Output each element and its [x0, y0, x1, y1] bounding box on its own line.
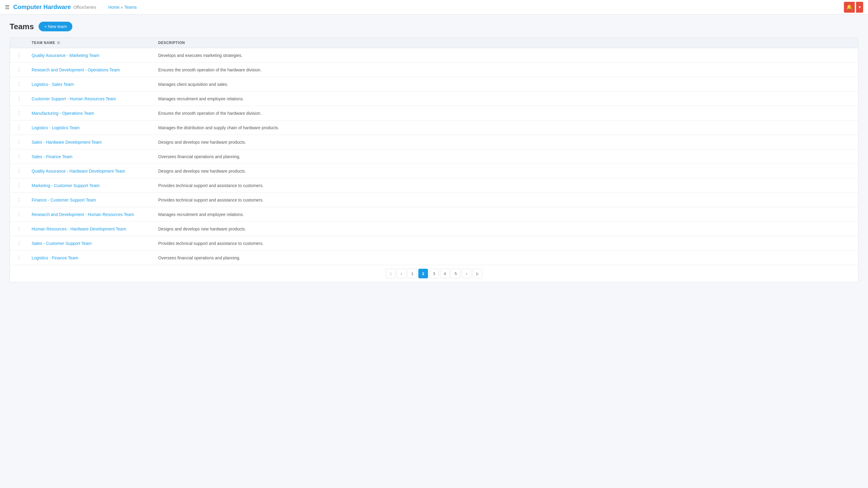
- team-name-link[interactable]: Sales - Customer Support Team: [32, 241, 92, 246]
- row-action-menu[interactable]: ⋮: [15, 211, 24, 218]
- next-page-button[interactable]: ›: [462, 269, 471, 278]
- row-description-cell: Manages client acquisition and sales.: [155, 77, 858, 92]
- row-team-name-cell: Logistics - Finance Team: [28, 251, 155, 265]
- breadcrumb-separator: »: [121, 5, 123, 10]
- breadcrumb: Home » Teams: [108, 5, 136, 10]
- filter-icon[interactable]: ⊞: [57, 41, 60, 45]
- user-dropdown-button[interactable]: ▼: [856, 2, 863, 13]
- team-description: Manages recruitment and employee relatio…: [158, 212, 244, 217]
- table-row: ⋮ Sales - Hardware Development Team Desi…: [10, 135, 858, 150]
- row-description-cell: Ensures the smooth operation of the hard…: [155, 63, 858, 77]
- row-action-menu[interactable]: ⋮: [15, 138, 24, 145]
- team-name-link[interactable]: Manufacturing - Operations Team: [32, 111, 94, 116]
- page-content: Teams + New team TEAM NAME ⊞ DESCRIPTION: [0, 14, 868, 290]
- table-row: ⋮ Finance - Customer Support Team Provid…: [10, 193, 858, 207]
- app-subtitle: OfficeSeries: [73, 5, 96, 10]
- row-action-menu[interactable]: ⋮: [15, 153, 24, 160]
- row-description-cell: Ensures the smooth operation of the hard…: [155, 106, 858, 121]
- row-team-name-cell: Quality Assurance - Hardware Development…: [28, 164, 155, 178]
- hamburger-icon[interactable]: ☰: [5, 4, 10, 10]
- team-name-link[interactable]: Sales - Hardware Development Team: [32, 140, 101, 144]
- col-actions-header: [10, 38, 28, 48]
- team-name-link[interactable]: Marketing - Customer Support Team: [32, 183, 99, 188]
- row-action-menu[interactable]: ⋮: [15, 182, 24, 189]
- page-button-1[interactable]: 1: [407, 269, 417, 278]
- row-team-name-cell: Customer Support - Human Resources Team: [28, 92, 155, 106]
- teams-table: TEAM NAME ⊞ DESCRIPTION ⋮ Quality Assura…: [10, 38, 858, 265]
- row-action-menu[interactable]: ⋮: [15, 52, 24, 59]
- row-description-cell: Manages recruitment and employee relatio…: [155, 92, 858, 106]
- notification-button[interactable]: 🔔: [844, 2, 855, 13]
- breadcrumb-current: Teams: [124, 5, 136, 10]
- prev-page-button[interactable]: ‹: [397, 269, 406, 278]
- team-description: Oversees financial operations and planni…: [158, 255, 240, 260]
- last-page-button[interactable]: |›: [472, 269, 482, 278]
- team-description: Manages recruitment and employee relatio…: [158, 96, 244, 101]
- table-row: ⋮ Sales - Finance Team Oversees financia…: [10, 150, 858, 164]
- team-description: Manages the distribution and supply chai…: [158, 125, 279, 130]
- team-name-link[interactable]: Customer Support - Human Resources Team: [32, 96, 116, 101]
- table-row: ⋮ Research and Development - Human Resou…: [10, 207, 858, 222]
- page-header: Teams + New team: [10, 22, 858, 31]
- new-team-button[interactable]: + New team: [38, 22, 72, 31]
- row-actions-cell: ⋮: [10, 193, 28, 207]
- team-name-link[interactable]: Research and Development - Operations Te…: [32, 67, 120, 72]
- row-action-menu[interactable]: ⋮: [15, 124, 24, 131]
- row-action-menu[interactable]: ⋮: [15, 110, 24, 117]
- table-row: ⋮ Logistics - Logistics Team Manages the…: [10, 121, 858, 135]
- team-name-link[interactable]: Quality Assurance - Marketing Team: [32, 53, 99, 58]
- row-action-menu[interactable]: ⋮: [15, 81, 24, 88]
- row-description-cell: Oversees financial operations and planni…: [155, 251, 858, 265]
- row-actions-cell: ⋮: [10, 164, 28, 178]
- col-name-header: TEAM NAME ⊞: [28, 38, 155, 48]
- table-row: ⋮ Customer Support - Human Resources Tea…: [10, 92, 858, 106]
- row-team-name-cell: Sales - Customer Support Team: [28, 236, 155, 251]
- page-button-2[interactable]: 2: [418, 269, 428, 278]
- team-description: Designs and develops new hardware produc…: [158, 140, 246, 144]
- row-actions-cell: ⋮: [10, 236, 28, 251]
- team-name-link[interactable]: Finance - Customer Support Team: [32, 198, 96, 202]
- team-name-link[interactable]: Research and Development - Human Resourc…: [32, 212, 134, 217]
- row-description-cell: Manages the distribution and supply chai…: [155, 121, 858, 135]
- row-action-menu[interactable]: ⋮: [15, 254, 24, 261]
- page-button-3[interactable]: 3: [429, 269, 439, 278]
- row-actions-cell: ⋮: [10, 121, 28, 135]
- team-name-link[interactable]: Human Resources - Hardware Development T…: [32, 227, 126, 231]
- row-action-menu[interactable]: ⋮: [15, 167, 24, 174]
- row-team-name-cell: Sales - Hardware Development Team: [28, 135, 155, 150]
- row-team-name-cell: Quality Assurance - Marketing Team: [28, 48, 155, 63]
- table-row: ⋮ Quality Assurance - Marketing Team Dev…: [10, 48, 858, 63]
- table-row: ⋮ Quality Assurance - Hardware Developme…: [10, 164, 858, 178]
- table-row: ⋮ Research and Development - Operations …: [10, 63, 858, 77]
- row-action-menu[interactable]: ⋮: [15, 240, 24, 247]
- team-description: Ensures the smooth operation of the hard…: [158, 111, 261, 116]
- team-name-link[interactable]: Logistics - Finance Team: [32, 255, 79, 260]
- team-name-link[interactable]: Logistics - Logistics Team: [32, 125, 80, 130]
- team-description: Designs and develops new hardware produc…: [158, 227, 246, 231]
- row-description-cell: Develops and executes marketing strategi…: [155, 48, 858, 63]
- table-row: ⋮ Manufacturing - Operations Team Ensure…: [10, 106, 858, 121]
- page-button-5[interactable]: 5: [451, 269, 461, 278]
- brand-link[interactable]: Computer Hardware: [13, 4, 71, 10]
- row-description-cell: Manages recruitment and employee relatio…: [155, 207, 858, 222]
- breadcrumb-home[interactable]: Home: [108, 5, 119, 10]
- pagination: ⟨| ‹ 1 2 3 4 5 › |›: [10, 265, 858, 282]
- row-description-cell: Designs and develops new hardware produc…: [155, 222, 858, 236]
- row-actions-cell: ⋮: [10, 106, 28, 121]
- bell-icon: 🔔: [846, 4, 852, 10]
- row-action-menu[interactable]: ⋮: [15, 196, 24, 203]
- first-page-button[interactable]: ⟨|: [386, 269, 396, 278]
- team-description: Provides technical support and assistanc…: [158, 198, 264, 202]
- row-action-menu[interactable]: ⋮: [15, 66, 24, 73]
- row-team-name-cell: Marketing - Customer Support Team: [28, 178, 155, 193]
- page-title: Teams: [10, 22, 34, 31]
- row-team-name-cell: Finance - Customer Support Team: [28, 193, 155, 207]
- page-button-4[interactable]: 4: [440, 269, 450, 278]
- team-name-link[interactable]: Sales - Finance Team: [32, 154, 72, 159]
- chevron-down-icon: ▼: [858, 5, 862, 9]
- row-action-menu[interactable]: ⋮: [15, 95, 24, 102]
- team-name-link[interactable]: Quality Assurance - Hardware Development…: [32, 169, 125, 173]
- row-action-menu[interactable]: ⋮: [15, 225, 24, 232]
- team-name-link[interactable]: Logistics - Sales Team: [32, 82, 74, 87]
- row-actions-cell: ⋮: [10, 48, 28, 63]
